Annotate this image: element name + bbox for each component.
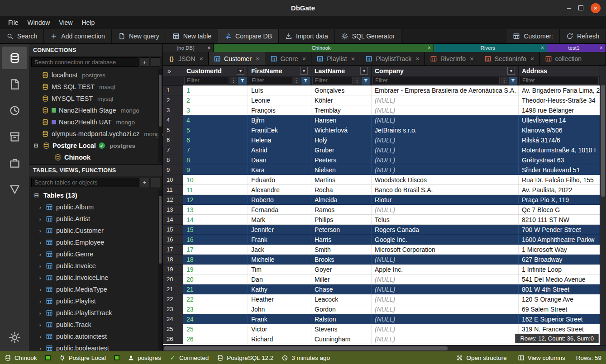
cell-lastname[interactable]: Chase <box>311 284 372 294</box>
table-item-public-autoinctest[interactable]: ›public.autoinctest <box>29 331 162 342</box>
add-icon[interactable]: + <box>140 178 149 187</box>
cell-lastname[interactable]: Ramos <box>311 205 372 214</box>
column-header-address[interactable]: Address <box>519 66 600 76</box>
cell-lastname[interactable]: Peeters <box>311 155 372 165</box>
cell-customerid[interactable]: 1 <box>183 85 248 95</box>
cell-customerid[interactable]: 11 <box>183 185 248 194</box>
cell-company[interactable]: (NULL) <box>372 155 519 165</box>
cell-address[interactable]: 162 E Superior Street <box>519 314 600 324</box>
cell-firstname[interactable]: Mark <box>248 215 311 224</box>
row-number[interactable]: 13 <box>163 205 183 215</box>
toolbar-import-data-button[interactable]: Import data <box>279 29 335 43</box>
tab-json[interactable]: {}JSON× <box>163 52 209 65</box>
chevron-right-icon[interactable]: › <box>38 274 43 281</box>
connection-item-nano2health-uat[interactable]: Nano2Health UATmongo <box>29 116 162 128</box>
funnel-icon[interactable] <box>301 77 310 85</box>
cell-customerid[interactable]: 6 <box>183 135 248 145</box>
cell-firstname[interactable]: Astrid <box>248 145 311 155</box>
connections-scrollbar[interactable] <box>158 69 162 163</box>
row-number[interactable]: 9 <box>163 165 183 175</box>
cell-customerid[interactable]: 16 <box>183 235 248 244</box>
row-number[interactable]: 1 <box>163 85 183 95</box>
cell-company[interactable]: (NULL) <box>372 145 519 155</box>
chevron-right-icon[interactable]: › <box>38 227 43 234</box>
cell-customerid[interactable]: 13 <box>183 205 248 214</box>
cell-company[interactable]: Banco do Brasil S.A. <box>372 185 519 194</box>
rail-settings-button[interactable] <box>2 326 27 349</box>
cell-firstname[interactable]: Kara <box>248 165 311 175</box>
connection-item-nano2health-stage[interactable]: Nano2Health Stagemongo <box>29 104 162 116</box>
cell-lastname[interactable]: Stevens <box>311 324 372 334</box>
cell-address[interactable]: Rilská 3174/6 <box>519 135 600 145</box>
close-icon[interactable]: × <box>351 55 355 62</box>
table-row[interactable]: 33FrançoisTremblay(NULL)1498 rue Bélange… <box>163 105 606 115</box>
collapse-icon[interactable]: ⊟ <box>33 192 39 199</box>
row-number[interactable]: 25 <box>163 324 183 334</box>
cell-lastname[interactable]: Gruber <box>311 145 372 155</box>
cell-address[interactable]: 1 Infinite Loop <box>519 265 600 274</box>
toolbar-search-button[interactable]: Search <box>0 29 44 43</box>
cell-firstname[interactable]: Heather <box>248 294 311 304</box>
table-row[interactable]: 55Franti□ekWichterlováJetBrains s.r.o.Kl… <box>163 125 606 135</box>
cell-firstname[interactable]: Luís <box>248 85 311 95</box>
chevron-right-icon[interactable]: › <box>38 345 43 352</box>
column-header-company[interactable]: Company▾ <box>372 66 519 76</box>
cell-address[interactable]: 120 S Orange Ave <box>519 294 600 304</box>
row-number[interactable]: 16 <box>163 235 183 245</box>
cell-lastname[interactable]: Holý <box>311 135 372 145</box>
cell-company[interactable]: (NULL) <box>372 274 519 284</box>
connection-item-chinook[interactable]: Chinook <box>29 151 162 163</box>
table-row[interactable]: 22LeonieKöhler(NULL)Theodor-Heuss-Straße… <box>163 95 606 105</box>
cell-company[interactable]: (NULL) <box>372 334 519 344</box>
close-icon[interactable]: × <box>600 45 603 51</box>
cell-firstname[interactable]: Franti□ek <box>248 125 311 135</box>
cell-customerid[interactable]: 25 <box>183 324 248 334</box>
cell-customerid[interactable]: 5 <box>183 125 248 135</box>
refresh-icon[interactable] <box>151 178 160 187</box>
table-row[interactable]: 1717JackSmithMicrosoft Corporation1 Micr… <box>163 245 606 255</box>
scroll-thumb[interactable] <box>159 196 162 264</box>
cell-address[interactable]: Av. Paulista, 2022 <box>519 185 600 194</box>
cell-lastname[interactable]: Brooks <box>311 255 372 264</box>
cell-customerid[interactable]: 23 <box>183 304 248 314</box>
column-header-customerid[interactable]: CustomerId▾ <box>183 66 248 76</box>
cell-customerid[interactable]: 12 <box>183 195 248 204</box>
chevron-down-icon[interactable]: ▾ <box>360 67 368 75</box>
table-row[interactable]: 1818MichelleBrooks(NULL)627 Broadway <box>163 255 606 265</box>
db-tab-test1[interactable]: test1× <box>547 44 606 52</box>
table-row[interactable]: 2121KathyChase(NULL)801 W 4th Street <box>163 284 606 294</box>
filter-menu-icon[interactable]: ⋮ <box>353 77 361 85</box>
cell-company[interactable]: Telus <box>372 215 519 224</box>
menu-window[interactable]: Window <box>23 17 55 28</box>
cell-company[interactable]: (NULL) <box>372 165 519 175</box>
cell-address[interactable]: 69 Salem Street <box>519 304 600 314</box>
scroll-thumb[interactable] <box>159 75 162 126</box>
table-row[interactable]: 77AstridGruber(NULL)Rotenturmstraße 4, 1… <box>163 145 606 155</box>
scroll-thumb[interactable] <box>164 346 448 350</box>
cell-address[interactable]: Rotenturmstraße 4, 1010 I <box>519 145 600 155</box>
toolbar-compare-db-button[interactable]: Compare DB <box>218 29 279 43</box>
table-item-public-track[interactable]: ›public.Track <box>29 319 162 331</box>
cell-address[interactable]: 700 W Pender Street <box>519 225 600 234</box>
row-number[interactable]: 11 <box>163 185 183 195</box>
close-icon[interactable]: × <box>256 55 260 62</box>
table-row[interactable]: 1111AlexandreRochaBanco do Brasil S.A.Av… <box>163 185 606 195</box>
row-number[interactable]: 20 <box>163 274 183 284</box>
cell-address[interactable]: 801 W 4th Street <box>519 284 600 294</box>
cell-firstname[interactable]: Leonie <box>248 95 311 105</box>
menu-help[interactable]: Help <box>77 17 99 28</box>
table-row[interactable]: 1616FrankHarrisGoogle Inc.1600 Amphithea… <box>163 235 606 245</box>
cell-customerid[interactable]: 24 <box>183 314 248 324</box>
rail-files-button[interactable] <box>2 73 27 95</box>
toolbar-new-query-button[interactable]: New query <box>112 29 166 43</box>
rail-database-button[interactable] <box>2 47 27 69</box>
tab-playlisttrack[interactable]: PlaylistTrack× <box>360 52 425 65</box>
cell-company[interactable]: (NULL) <box>372 255 519 264</box>
table-row[interactable]: 1010EduardoMartinsWoodstock DiscosRua Dr… <box>163 175 606 185</box>
cell-address[interactable]: Ullevĺlsveien 14 <box>519 115 600 125</box>
cell-firstname[interactable]: Frank <box>248 235 311 244</box>
cell-lastname[interactable]: Almeida <box>311 195 372 204</box>
status-3-minutes-ago[interactable]: 3 minutes ago <box>282 355 330 361</box>
status-chinook[interactable]: Chinook <box>5 355 37 361</box>
table-row[interactable]: 1313FernandaRamos(NULL)Qe 7 Bloco G <box>163 205 606 215</box>
